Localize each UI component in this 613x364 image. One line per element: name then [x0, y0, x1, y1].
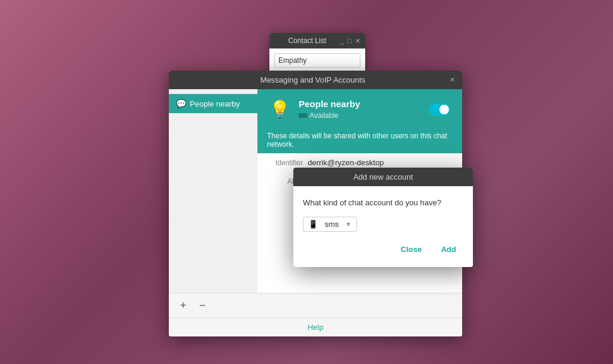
- question-text: What kind of chat account do you have?: [303, 198, 441, 207]
- help-link[interactable]: Help: [169, 317, 462, 336]
- contact-list-titlebar: Contact List _ □ ✕: [269, 33, 365, 48]
- empathy-search-input[interactable]: [274, 53, 360, 68]
- sidebar-item-label: People nearby: [190, 99, 240, 108]
- voip-title: Messaging and VoIP Accounts: [176, 75, 450, 84]
- add-dialog-button[interactable]: Add: [436, 241, 461, 257]
- contact-list-title: Contact List: [274, 37, 340, 45]
- people-nearby-info: People nearby Available: [299, 99, 360, 120]
- voip-titlebar: Messaging and VoIP Accounts ✕: [169, 71, 462, 89]
- dialog-actions: Close Add: [303, 236, 463, 260]
- add-account-button[interactable]: +: [175, 297, 192, 314]
- window-controls: _ □ ✕: [340, 38, 360, 44]
- close-dialog-button[interactable]: Close: [396, 241, 426, 257]
- account-type-select[interactable]: 📱 sms ▼: [303, 217, 357, 232]
- toggle-knob: [439, 105, 449, 114]
- dialog-select-row: 📱 sms ▼: [303, 217, 463, 232]
- voip-sidebar: 💬 People nearby: [169, 89, 257, 293]
- toggle-switch[interactable]: [429, 104, 450, 116]
- voip-footer: + −: [169, 293, 462, 317]
- dialog-title: Add new account: [353, 172, 413, 181]
- status-dot: [299, 113, 307, 118]
- dialog-question: What kind of chat account do you have?: [303, 198, 463, 207]
- voip-close-button[interactable]: ✕: [450, 77, 455, 83]
- identifier-value: derrik@ryzen-desktop: [308, 158, 384, 167]
- remove-account-button[interactable]: −: [194, 297, 211, 314]
- minimize-button[interactable]: _: [340, 38, 344, 44]
- contact-list-window: Contact List _ □ ✕: [269, 33, 365, 72]
- available-badge: Available: [299, 111, 360, 120]
- people-nearby-header: 💡 People nearby Available: [257, 89, 462, 127]
- sms-icon: 📱: [308, 220, 318, 229]
- add-account-dialog: Add new account What kind of chat accoun…: [293, 168, 473, 267]
- people-nearby-title: People nearby: [299, 99, 360, 109]
- identifier-label: Identifier: [267, 159, 303, 167]
- selected-option-label: sms: [324, 220, 339, 229]
- sidebar-item-people-nearby[interactable]: 💬 People nearby: [169, 94, 257, 113]
- chat-icon: 💬: [176, 99, 186, 108]
- maximize-button[interactable]: □: [347, 38, 351, 44]
- lightbulb-icon: 💡: [269, 99, 290, 119]
- dropdown-arrow-icon: ▼: [345, 221, 351, 228]
- close-button[interactable]: ✕: [355, 38, 360, 44]
- dialog-titlebar: Add new account: [293, 168, 473, 186]
- contact-list-content: [269, 48, 365, 72]
- dialog-body: What kind of chat account do you have? 📱…: [293, 186, 473, 267]
- info-banner: These details will be shared with other …: [257, 127, 462, 153]
- available-status: Available: [309, 111, 338, 120]
- info-banner-text: These details will be shared with other …: [267, 132, 447, 148]
